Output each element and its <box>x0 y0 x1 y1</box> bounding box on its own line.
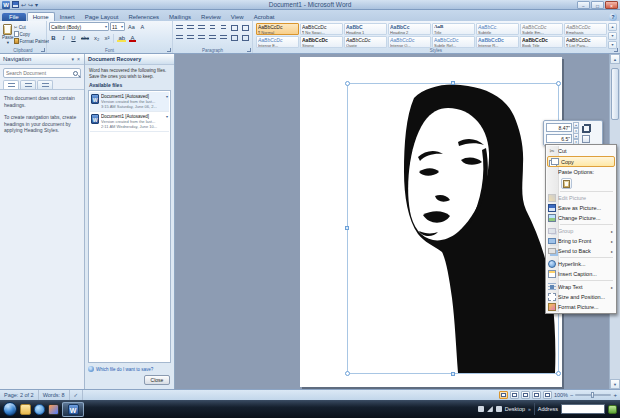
tab-view[interactable]: View <box>226 13 249 21</box>
file-dropdown-icon[interactable]: ▾ <box>166 114 168 129</box>
italic-button[interactable]: I <box>59 33 68 43</box>
context-menu-item-wrap-text[interactable]: Wrap Text ▸ <box>547 282 615 292</box>
resize-handle-top[interactable] <box>451 81 455 85</box>
scroll-up-icon[interactable]: ▲ <box>610 54 620 64</box>
resize-handle-top-right[interactable] <box>556 81 561 86</box>
redo-icon[interactable]: ↪ <box>28 1 33 9</box>
qat-dropdown-icon[interactable]: ▾ <box>35 1 38 9</box>
copy-button[interactable]: Copy <box>14 31 50 37</box>
paste-dropdown-icon[interactable]: ▾ <box>7 40 9 45</box>
web-layout-view-button[interactable] <box>521 391 530 399</box>
align-right-button[interactable] <box>197 33 206 42</box>
context-menu-item-copy[interactable]: Copy <box>547 156 615 167</box>
clear-formatting-button[interactable]: A <box>138 22 147 31</box>
align-left-button[interactable] <box>175 33 184 42</box>
tab-mailings[interactable]: Mailings <box>164 13 196 21</box>
context-menu-item-change-picture[interactable]: Change Picture... <box>547 213 615 223</box>
explorer-icon[interactable] <box>20 404 31 415</box>
font-size-dropdown-icon[interactable]: ▾ <box>121 24 123 29</box>
shape-height-field[interactable]: 8.47" <box>546 123 572 132</box>
context-menu-item-edit-picture[interactable]: Edit Picture <box>547 193 615 203</box>
recovery-close-button[interactable]: Close <box>144 375 170 385</box>
tab-file[interactable]: File <box>2 13 26 21</box>
zoom-level[interactable]: 100% <box>554 392 568 398</box>
navigation-options-dropdown-icon[interactable]: ▾ <box>71 56 76 62</box>
browse-pages-tab[interactable] <box>20 80 36 89</box>
context-menu-item-format-picture[interactable]: Format Picture... <box>547 302 615 312</box>
style-subtitle[interactable]: AaBbCc.Subtitle <box>476 23 519 35</box>
zoom-in-icon[interactable]: + <box>613 391 617 399</box>
tab-review[interactable]: Review <box>196 13 226 21</box>
browse-results-tab[interactable] <box>37 80 53 89</box>
numbering-button[interactable] <box>186 23 195 32</box>
style-heading-2[interactable]: AaBbCcHeading 2 <box>388 23 431 35</box>
strikethrough-button[interactable]: abc <box>79 33 91 43</box>
cut-button[interactable]: ✂Cut <box>14 24 50 30</box>
start-button[interactable] <box>3 402 17 416</box>
minimize-button[interactable]: − <box>577 1 590 9</box>
resize-handle-bottom-right[interactable] <box>556 371 561 376</box>
style-list-paragraph[interactable]: AaBbCcDc¶ List Para... <box>564 36 607 48</box>
shape-width-field[interactable]: 6.5" <box>546 134 572 143</box>
search-input[interactable] <box>6 70 73 76</box>
style-subtle-reference[interactable]: AaBbCcDcSubtle Ref... <box>432 36 475 48</box>
increase-indent-button[interactable] <box>219 23 228 32</box>
zoom-slider[interactable] <box>575 394 611 396</box>
context-menu-item-insert-caption[interactable]: Insert Caption... <box>547 269 615 279</box>
format-painter-button[interactable]: Format Painter <box>14 38 50 44</box>
crop-icon[interactable] <box>582 124 590 132</box>
desktop-toolbar-label[interactable]: Desktop <box>505 406 525 412</box>
grow-font-button[interactable]: Aa <box>126 22 137 31</box>
outline-view-button[interactable] <box>532 391 541 399</box>
file-dropdown-icon[interactable]: ▾ <box>166 94 168 109</box>
word-taskbar-button[interactable]: W <box>62 402 84 417</box>
document-page[interactable] <box>300 57 562 387</box>
navigation-search-box[interactable] <box>3 68 81 78</box>
address-input[interactable] <box>561 404 605 414</box>
draft-view-button[interactable] <box>543 391 552 399</box>
browse-headings-tab[interactable] <box>3 80 19 89</box>
style-no-spacing[interactable]: AaBbCcDc¶ No Spaci... <box>300 23 343 35</box>
undo-icon[interactable]: ↩ <box>21 1 26 9</box>
superscript-button[interactable]: x² <box>102 33 111 43</box>
selected-picture[interactable] <box>348 84 558 373</box>
proofing-status-icon[interactable]: ✓ <box>70 390 84 400</box>
tab-home[interactable]: Home <box>27 12 55 21</box>
resize-handle-bottom-left[interactable] <box>345 371 350 376</box>
page-indicator[interactable]: Page: 2 of 2 <box>0 390 39 400</box>
tab-acrobat[interactable]: Acrobat <box>249 13 280 21</box>
action-center-icon[interactable] <box>478 406 484 412</box>
context-menu-item-send-to-back[interactable]: Send to Back ▸ <box>547 246 615 256</box>
font-color-button[interactable]: A <box>128 33 137 43</box>
font-family-dropdown-icon[interactable]: ▾ <box>105 24 107 29</box>
save-icon[interactable] <box>12 1 19 8</box>
recovered-file-item[interactable]: W Document1 [Autosaved] Version created … <box>90 92 169 112</box>
recovered-file-item[interactable]: W Document1 [Autosaved] Version created … <box>90 112 169 132</box>
zoom-slider-thumb[interactable] <box>591 392 594 398</box>
bold-button[interactable]: B <box>49 33 58 43</box>
context-menu-item-hyperlink[interactable]: Hyperlink... <box>547 259 615 269</box>
context-menu-item-save-as-picture[interactable]: Save as Picture... <box>547 203 615 213</box>
decrease-indent-button[interactable] <box>208 23 217 32</box>
tab-references[interactable]: References <box>123 13 164 21</box>
tab-insert[interactable]: Insert <box>55 13 80 21</box>
tab-page-layout[interactable]: Page Layout <box>80 13 124 21</box>
dialog-launcher-icon[interactable] <box>614 48 618 52</box>
dialog-launcher-icon[interactable] <box>247 48 251 52</box>
close-button[interactable]: × <box>605 1 618 9</box>
context-menu-item-group[interactable]: Group ▸ <box>547 226 615 236</box>
zoom-out-icon[interactable]: − <box>570 391 574 399</box>
gallery-scroll-down-icon[interactable]: ▼ <box>608 32 617 40</box>
dialog-launcher-icon[interactable] <box>167 48 171 52</box>
show-hide-marks-button[interactable] <box>241 23 250 32</box>
browser-icon[interactable] <box>34 404 45 415</box>
media-player-icon[interactable] <box>48 404 59 415</box>
font-size-combo[interactable]: 11▾ <box>110 22 125 31</box>
help-icon[interactable]: ? <box>609 13 617 21</box>
style-intense-quote[interactable]: AaBbCcDcIntense Q... <box>388 36 431 48</box>
style-subtle-emphasis[interactable]: AaBbCcDcSubtle Em... <box>520 23 563 35</box>
size-dialog-icon[interactable] <box>582 135 590 143</box>
address-go-icon[interactable] <box>608 405 617 414</box>
bullets-button[interactable] <box>175 23 184 32</box>
justify-button[interactable] <box>208 33 217 42</box>
